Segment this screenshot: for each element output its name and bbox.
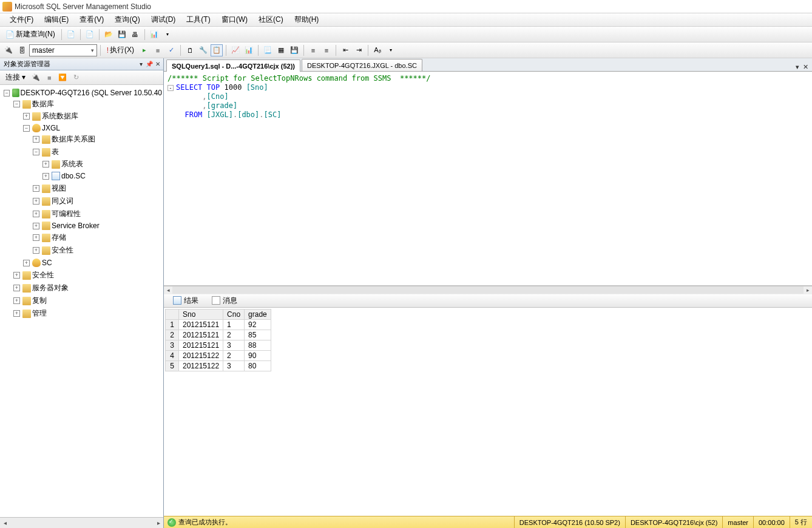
expand-icon[interactable]: + [13, 272, 20, 279]
tree-management[interactable]: 管理 [32, 308, 47, 319]
expand-icon[interactable]: + [33, 223, 39, 229]
scroll-right-icon[interactable]: ▸ [804, 287, 812, 293]
tree-systables[interactable]: 系统表 [61, 159, 83, 169]
tree-synonyms[interactable]: 同义词 [52, 196, 73, 206]
collapse-icon[interactable]: − [23, 125, 30, 132]
tree-tables[interactable]: 表 [52, 147, 59, 157]
expand-icon[interactable]: + [33, 136, 39, 143]
intellisense-icon[interactable]: 📋 [211, 44, 223, 56]
table-row[interactable]: 5201215122380 [166, 360, 271, 371]
editor-hscroll[interactable]: ◂ ▸ [164, 286, 812, 294]
tree-dbsecurity[interactable]: 安全性 [52, 245, 73, 256]
new-project-icon[interactable]: 📄 [84, 29, 96, 41]
col-grade[interactable]: grade [245, 309, 271, 319]
tree-server[interactable]: DESKTOP-4GQT216 (SQL Server 10.50.40 [21, 89, 162, 97]
save-icon[interactable]: 💾 [116, 29, 128, 41]
new-query-button[interactable]: 📄 新建查询(N) [2, 29, 58, 41]
expand-icon[interactable]: + [33, 247, 39, 254]
close-icon[interactable]: ✕ [154, 60, 162, 69]
tree-programmability[interactable]: 可编程性 [52, 209, 81, 219]
stop-icon[interactable]: ■ [43, 72, 55, 84]
collapse-icon[interactable]: − [33, 149, 39, 155]
collapse-icon[interactable]: − [4, 90, 10, 96]
tree-replication[interactable]: 复制 [32, 296, 47, 306]
results-grid[interactable]: Sno Cno grade 1201215121192 220121512128… [164, 308, 812, 516]
expand-icon[interactable]: + [23, 260, 30, 266]
dropdown-icon[interactable]: ▾ [137, 60, 145, 69]
collapse-icon[interactable]: − [13, 101, 20, 107]
tree-dbdiagram[interactable]: 数据库关系图 [52, 134, 95, 144]
scroll-left-icon[interactable]: ◂ [164, 287, 172, 293]
tree-sysdb[interactable]: 系统数据库 [42, 111, 78, 121]
tree-servicebroker[interactable]: Service Broker [52, 222, 100, 230]
decrease-indent-icon[interactable]: ⇤ [339, 44, 351, 56]
expand-icon[interactable]: + [42, 161, 49, 168]
tree-databases[interactable]: 数据库 [32, 99, 54, 109]
table-row[interactable]: 3201215121388 [166, 340, 271, 350]
execute-button[interactable]: ! 执行(X) [104, 44, 137, 56]
menu-community[interactable]: 社区(C) [254, 13, 288, 26]
dropdown-icon[interactable]: ▾ [161, 29, 174, 41]
tab-inactive[interactable]: DESKTOP-4GQT216.JXGL - dbo.SC [302, 59, 422, 71]
refresh-icon[interactable]: ↻ [70, 72, 82, 84]
tab-close-icon[interactable]: ✕ [802, 63, 810, 71]
parse-icon[interactable]: ✓ [165, 44, 177, 56]
specify-values-icon[interactable]: Aᵦ [371, 44, 384, 56]
sql-editor[interactable]: /****** Script for SelectTopNRows comman… [164, 72, 812, 286]
menu-debug[interactable]: 调试(D) [146, 13, 181, 26]
pin-icon[interactable]: 📌 [145, 60, 154, 69]
table-row[interactable]: 1201215121192 [166, 319, 271, 330]
results-file-icon[interactable]: 💾 [288, 44, 300, 56]
tab-messages[interactable]: 消息 [206, 294, 243, 308]
tree-jxgl[interactable]: JXGL [42, 124, 60, 132]
expand-icon[interactable]: + [13, 285, 20, 291]
estimated-plan-icon[interactable]: 🗒 [184, 44, 196, 56]
dropdown2-icon[interactable]: ▾ [385, 44, 397, 56]
expand-icon[interactable]: + [23, 113, 30, 120]
col-sno[interactable]: Sno [179, 309, 223, 319]
tab-results[interactable]: 结果 [167, 294, 204, 308]
menu-tools[interactable]: 工具(T) [181, 13, 215, 26]
connect-button[interactable]: 连接 ▾ [2, 72, 29, 84]
activity-monitor-icon[interactable]: 📊 [148, 29, 160, 41]
filter-icon[interactable]: 🔽 [56, 72, 69, 84]
tab-active[interactable]: SQLQuery1.sql - D...-4GQT216\cjx (52)) [166, 59, 300, 72]
debug-icon[interactable]: ▸ [138, 44, 151, 56]
scroll-right-icon[interactable]: ▸ [154, 520, 163, 526]
expand-icon[interactable]: + [33, 234, 39, 241]
increase-indent-icon[interactable]: ⇥ [353, 44, 365, 56]
tab-dropdown-icon[interactable]: ▾ [794, 63, 800, 71]
expand-icon[interactable]: + [33, 211, 39, 217]
expand-icon[interactable]: + [33, 198, 39, 205]
table-row[interactable]: 2201215121285 [166, 330, 271, 340]
object-tree[interactable]: −DESKTOP-4GQT216 (SQL Server 10.50.40 −数… [0, 85, 163, 517]
tree-serverobjects[interactable]: 服务器对象 [32, 283, 69, 293]
collapse-region-icon[interactable]: - [167, 85, 174, 91]
tree-dbosc[interactable]: dbo.SC [61, 172, 86, 180]
sidebar-scrollbar[interactable]: ◂ ▸ [0, 517, 163, 528]
expand-icon[interactable]: + [13, 297, 20, 304]
menu-query[interactable]: 查询(Q) [110, 13, 144, 26]
menu-help[interactable]: 帮助(H) [289, 13, 324, 26]
save-all-icon[interactable]: 🖶 [129, 29, 141, 41]
new-file-icon[interactable]: 📄 [65, 29, 77, 41]
tree-security[interactable]: 安全性 [32, 270, 54, 280]
include-plan-icon[interactable]: 📈 [229, 44, 242, 56]
uncomment-icon[interactable]: ≡ [320, 44, 333, 56]
disconnect-icon[interactable]: 🔌 [30, 72, 42, 84]
tree-views[interactable]: 视图 [52, 183, 66, 194]
col-cno[interactable]: Cno [223, 309, 245, 319]
open-icon[interactable]: 📂 [103, 29, 115, 41]
expand-icon[interactable]: + [13, 310, 20, 317]
menu-view[interactable]: 查看(V) [75, 13, 109, 26]
results-text-icon[interactable]: 📃 [262, 44, 274, 56]
comment-icon[interactable]: ≡ [307, 44, 319, 56]
stop-icon[interactable]: ■ [152, 44, 164, 56]
table-row[interactable]: 4201215122290 [166, 350, 271, 360]
tree-sc[interactable]: SC [42, 259, 52, 267]
results-grid-icon[interactable]: ▦ [275, 44, 287, 56]
scroll-left-icon[interactable]: ◂ [0, 520, 10, 526]
menu-window[interactable]: 窗口(W) [217, 13, 252, 26]
tree-storage[interactable]: 存储 [52, 232, 66, 243]
change-connection-icon[interactable]: 🔌 [2, 44, 15, 56]
